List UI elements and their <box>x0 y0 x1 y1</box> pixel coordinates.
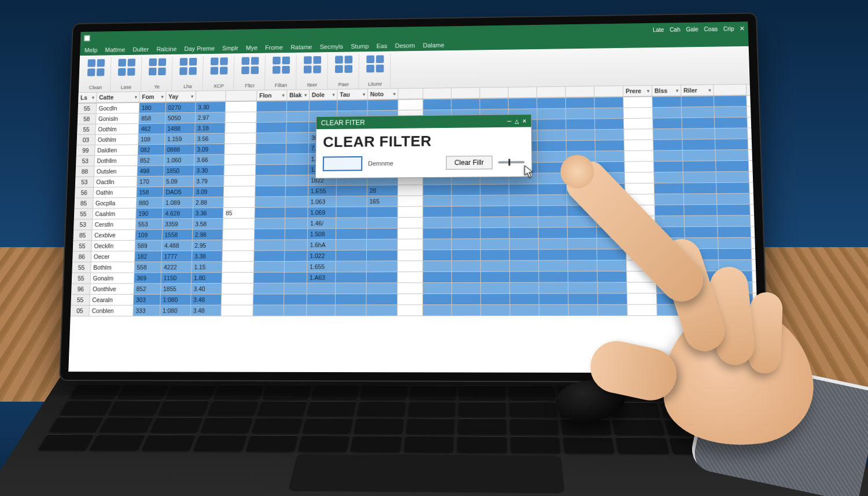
cell[interactable]: 190 <box>136 208 163 219</box>
cell[interactable] <box>480 185 509 196</box>
cell[interactable]: 1150 <box>161 273 192 284</box>
column-header[interactable] <box>480 87 508 98</box>
cell[interactable]: 1.46/ <box>308 218 336 229</box>
row-number[interactable]: 55 <box>71 295 90 306</box>
menu-item[interactable]: Frome <box>265 44 283 51</box>
cell[interactable] <box>398 229 424 240</box>
cell[interactable] <box>566 98 595 109</box>
cell[interactable] <box>568 249 597 260</box>
cell[interactable] <box>568 282 598 293</box>
cell[interactable] <box>597 216 626 227</box>
cell[interactable] <box>567 194 597 205</box>
cell[interactable] <box>481 305 510 316</box>
cell[interactable]: 1.A63 <box>307 273 336 284</box>
cell[interactable] <box>597 271 627 282</box>
cell[interactable] <box>717 194 751 205</box>
column-header[interactable]: Yay <box>166 91 196 102</box>
cell[interactable] <box>284 305 307 316</box>
titlebar-item[interactable]: Coas <box>704 25 718 32</box>
cell[interactable] <box>367 261 398 272</box>
cell[interactable] <box>539 260 568 271</box>
cell[interactable] <box>656 260 686 271</box>
cell[interactable]: 589 <box>135 241 163 252</box>
cell[interactable] <box>284 284 307 295</box>
dialog-close-icon[interactable]: × <box>523 117 527 125</box>
cell[interactable] <box>653 129 683 140</box>
column-header[interactable] <box>566 86 595 97</box>
column-header[interactable] <box>594 86 623 97</box>
cell[interactable] <box>626 249 656 260</box>
cell[interactable] <box>366 283 398 294</box>
cell[interactable] <box>255 175 286 186</box>
cell[interactable] <box>686 260 719 271</box>
cell[interactable] <box>336 272 367 283</box>
cell[interactable] <box>509 195 538 206</box>
cell[interactable] <box>398 294 423 305</box>
cell[interactable] <box>222 251 254 262</box>
cell[interactable] <box>255 197 286 208</box>
cell[interactable] <box>510 238 539 249</box>
cell[interactable] <box>595 97 624 108</box>
cell[interactable] <box>423 218 452 229</box>
dialog-pin-icon[interactable]: △ <box>515 117 519 125</box>
cell[interactable] <box>538 130 567 141</box>
cell[interactable] <box>223 240 255 251</box>
cell[interactable] <box>226 101 257 112</box>
table-row[interactable]: 05Conblen3331:0803.48 <box>71 304 757 316</box>
row-number[interactable]: 53 <box>75 177 94 188</box>
row-number[interactable]: 85 <box>73 230 92 241</box>
cell[interactable] <box>336 283 367 294</box>
cell[interactable] <box>225 123 256 134</box>
cell[interactable]: 462 <box>139 124 165 135</box>
cell[interactable] <box>748 128 759 139</box>
cell[interactable] <box>657 304 687 315</box>
cell[interactable] <box>509 98 538 109</box>
ribbon-group[interactable]: Iteer <box>297 54 328 90</box>
cell[interactable] <box>654 161 683 172</box>
cell[interactable]: 4222 <box>161 262 192 273</box>
cell[interactable]: 85 <box>223 208 255 219</box>
cell[interactable] <box>480 98 509 109</box>
cell[interactable] <box>626 205 655 216</box>
cell[interactable] <box>255 229 285 240</box>
cell[interactable] <box>716 172 750 183</box>
cell[interactable] <box>566 119 595 130</box>
cell[interactable]: 1.089 <box>163 197 194 208</box>
cell[interactable] <box>509 184 538 195</box>
cell[interactable]: 1855 <box>161 284 192 295</box>
cell[interactable]: DAD5 <box>163 187 194 198</box>
cell[interactable] <box>452 239 481 250</box>
cell[interactable]: Outslen <box>94 166 138 177</box>
cell[interactable] <box>685 227 718 238</box>
cell[interactable] <box>626 216 655 227</box>
cell[interactable] <box>510 305 540 316</box>
cell[interactable] <box>625 161 654 172</box>
column-header[interactable]: Dole <box>310 90 338 101</box>
cell[interactable] <box>597 238 627 249</box>
column-header[interactable]: Noto <box>368 89 399 100</box>
cell[interactable] <box>254 262 285 273</box>
cell[interactable] <box>285 207 308 218</box>
cell[interactable] <box>224 175 256 186</box>
cell[interactable]: Cerstln <box>93 219 137 230</box>
cell[interactable] <box>452 283 481 294</box>
cell[interactable]: 5050 <box>165 113 196 124</box>
titlebar-item[interactable]: Late <box>653 27 664 33</box>
cell[interactable] <box>747 106 759 117</box>
cell[interactable] <box>595 151 624 162</box>
cell[interactable]: 1850 <box>164 166 194 177</box>
cell[interactable] <box>368 100 399 111</box>
cell[interactable] <box>567 162 595 173</box>
cell[interactable] <box>718 227 751 238</box>
cell[interactable] <box>597 260 627 271</box>
cell[interactable] <box>255 186 286 197</box>
cell[interactable] <box>256 122 286 133</box>
cell[interactable]: 1.069 <box>308 207 336 218</box>
cell[interactable] <box>452 272 481 283</box>
cell[interactable] <box>716 183 750 194</box>
cell[interactable]: 4.488 <box>162 240 193 251</box>
row-number[interactable]: 88 <box>75 166 94 177</box>
cell[interactable] <box>566 108 595 119</box>
cell[interactable] <box>567 205 597 216</box>
column-header[interactable] <box>451 88 480 99</box>
